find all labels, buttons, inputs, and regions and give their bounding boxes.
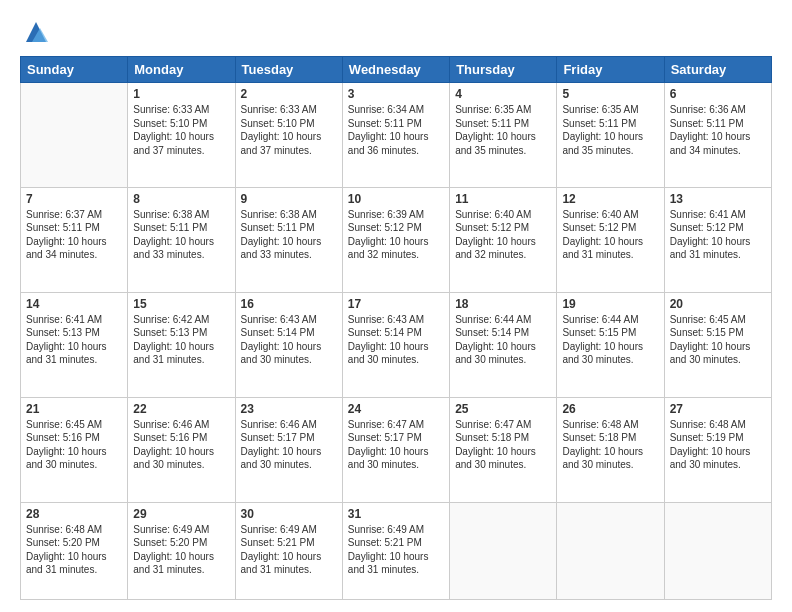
calendar-cell: 17Sunrise: 6:43 AM Sunset: 5:14 PM Dayli… (342, 292, 449, 397)
day-number: 28 (26, 507, 122, 521)
day-info: Sunrise: 6:40 AM Sunset: 5:12 PM Dayligh… (455, 208, 551, 262)
calendar-cell: 12Sunrise: 6:40 AM Sunset: 5:12 PM Dayli… (557, 187, 664, 292)
logo-icon (22, 18, 50, 46)
calendar-cell: 7Sunrise: 6:37 AM Sunset: 5:11 PM Daylig… (21, 187, 128, 292)
day-number: 6 (670, 87, 766, 101)
calendar-day-header: Sunday (21, 57, 128, 83)
day-info: Sunrise: 6:44 AM Sunset: 5:14 PM Dayligh… (455, 313, 551, 367)
day-info: Sunrise: 6:49 AM Sunset: 5:20 PM Dayligh… (133, 523, 229, 577)
calendar-cell: 18Sunrise: 6:44 AM Sunset: 5:14 PM Dayli… (450, 292, 557, 397)
day-info: Sunrise: 6:41 AM Sunset: 5:12 PM Dayligh… (670, 208, 766, 262)
page: SundayMondayTuesdayWednesdayThursdayFrid… (0, 0, 792, 612)
calendar-cell: 25Sunrise: 6:47 AM Sunset: 5:18 PM Dayli… (450, 397, 557, 502)
day-info: Sunrise: 6:49 AM Sunset: 5:21 PM Dayligh… (241, 523, 337, 577)
day-number: 3 (348, 87, 444, 101)
calendar-cell: 9Sunrise: 6:38 AM Sunset: 5:11 PM Daylig… (235, 187, 342, 292)
calendar-cell (557, 502, 664, 600)
day-number: 10 (348, 192, 444, 206)
calendar-cell: 16Sunrise: 6:43 AM Sunset: 5:14 PM Dayli… (235, 292, 342, 397)
calendar-cell: 4Sunrise: 6:35 AM Sunset: 5:11 PM Daylig… (450, 83, 557, 188)
day-number: 20 (670, 297, 766, 311)
day-number: 17 (348, 297, 444, 311)
calendar-cell: 11Sunrise: 6:40 AM Sunset: 5:12 PM Dayli… (450, 187, 557, 292)
day-info: Sunrise: 6:47 AM Sunset: 5:18 PM Dayligh… (455, 418, 551, 472)
calendar-cell: 6Sunrise: 6:36 AM Sunset: 5:11 PM Daylig… (664, 83, 771, 188)
calendar-cell: 27Sunrise: 6:48 AM Sunset: 5:19 PM Dayli… (664, 397, 771, 502)
day-number: 8 (133, 192, 229, 206)
calendar-cell (450, 502, 557, 600)
calendar-header-row: SundayMondayTuesdayWednesdayThursdayFrid… (21, 57, 772, 83)
day-info: Sunrise: 6:38 AM Sunset: 5:11 PM Dayligh… (133, 208, 229, 262)
day-info: Sunrise: 6:33 AM Sunset: 5:10 PM Dayligh… (133, 103, 229, 157)
calendar-day-header: Saturday (664, 57, 771, 83)
day-number: 19 (562, 297, 658, 311)
calendar-week-row: 1Sunrise: 6:33 AM Sunset: 5:10 PM Daylig… (21, 83, 772, 188)
calendar-cell: 1Sunrise: 6:33 AM Sunset: 5:10 PM Daylig… (128, 83, 235, 188)
day-info: Sunrise: 6:48 AM Sunset: 5:19 PM Dayligh… (670, 418, 766, 472)
day-number: 7 (26, 192, 122, 206)
calendar-cell: 20Sunrise: 6:45 AM Sunset: 5:15 PM Dayli… (664, 292, 771, 397)
day-info: Sunrise: 6:46 AM Sunset: 5:16 PM Dayligh… (133, 418, 229, 472)
calendar-cell: 5Sunrise: 6:35 AM Sunset: 5:11 PM Daylig… (557, 83, 664, 188)
day-info: Sunrise: 6:41 AM Sunset: 5:13 PM Dayligh… (26, 313, 122, 367)
calendar-cell: 29Sunrise: 6:49 AM Sunset: 5:20 PM Dayli… (128, 502, 235, 600)
calendar-cell: 3Sunrise: 6:34 AM Sunset: 5:11 PM Daylig… (342, 83, 449, 188)
day-info: Sunrise: 6:49 AM Sunset: 5:21 PM Dayligh… (348, 523, 444, 577)
day-number: 1 (133, 87, 229, 101)
calendar-cell: 21Sunrise: 6:45 AM Sunset: 5:16 PM Dayli… (21, 397, 128, 502)
day-info: Sunrise: 6:47 AM Sunset: 5:17 PM Dayligh… (348, 418, 444, 472)
header (20, 18, 772, 46)
day-number: 16 (241, 297, 337, 311)
day-number: 9 (241, 192, 337, 206)
day-number: 27 (670, 402, 766, 416)
calendar-cell: 13Sunrise: 6:41 AM Sunset: 5:12 PM Dayli… (664, 187, 771, 292)
day-info: Sunrise: 6:38 AM Sunset: 5:11 PM Dayligh… (241, 208, 337, 262)
day-number: 15 (133, 297, 229, 311)
calendar-cell: 31Sunrise: 6:49 AM Sunset: 5:21 PM Dayli… (342, 502, 449, 600)
calendar-week-row: 28Sunrise: 6:48 AM Sunset: 5:20 PM Dayli… (21, 502, 772, 600)
day-info: Sunrise: 6:40 AM Sunset: 5:12 PM Dayligh… (562, 208, 658, 262)
day-number: 24 (348, 402, 444, 416)
calendar-cell: 28Sunrise: 6:48 AM Sunset: 5:20 PM Dayli… (21, 502, 128, 600)
logo (20, 18, 50, 46)
calendar-day-header: Friday (557, 57, 664, 83)
day-number: 26 (562, 402, 658, 416)
day-number: 22 (133, 402, 229, 416)
day-number: 14 (26, 297, 122, 311)
day-info: Sunrise: 6:34 AM Sunset: 5:11 PM Dayligh… (348, 103, 444, 157)
day-number: 21 (26, 402, 122, 416)
calendar-table: SundayMondayTuesdayWednesdayThursdayFrid… (20, 56, 772, 600)
calendar-cell: 2Sunrise: 6:33 AM Sunset: 5:10 PM Daylig… (235, 83, 342, 188)
calendar-cell: 10Sunrise: 6:39 AM Sunset: 5:12 PM Dayli… (342, 187, 449, 292)
calendar-cell: 8Sunrise: 6:38 AM Sunset: 5:11 PM Daylig… (128, 187, 235, 292)
day-number: 30 (241, 507, 337, 521)
calendar-week-row: 21Sunrise: 6:45 AM Sunset: 5:16 PM Dayli… (21, 397, 772, 502)
calendar-cell: 22Sunrise: 6:46 AM Sunset: 5:16 PM Dayli… (128, 397, 235, 502)
day-number: 4 (455, 87, 551, 101)
calendar-cell (21, 83, 128, 188)
day-info: Sunrise: 6:37 AM Sunset: 5:11 PM Dayligh… (26, 208, 122, 262)
calendar-cell: 14Sunrise: 6:41 AM Sunset: 5:13 PM Dayli… (21, 292, 128, 397)
day-info: Sunrise: 6:44 AM Sunset: 5:15 PM Dayligh… (562, 313, 658, 367)
calendar-day-header: Monday (128, 57, 235, 83)
calendar-day-header: Tuesday (235, 57, 342, 83)
calendar-week-row: 7Sunrise: 6:37 AM Sunset: 5:11 PM Daylig… (21, 187, 772, 292)
day-number: 31 (348, 507, 444, 521)
day-number: 2 (241, 87, 337, 101)
day-info: Sunrise: 6:33 AM Sunset: 5:10 PM Dayligh… (241, 103, 337, 157)
day-number: 12 (562, 192, 658, 206)
calendar-day-header: Thursday (450, 57, 557, 83)
calendar-cell: 23Sunrise: 6:46 AM Sunset: 5:17 PM Dayli… (235, 397, 342, 502)
day-info: Sunrise: 6:45 AM Sunset: 5:16 PM Dayligh… (26, 418, 122, 472)
calendar-cell: 19Sunrise: 6:44 AM Sunset: 5:15 PM Dayli… (557, 292, 664, 397)
day-number: 5 (562, 87, 658, 101)
day-info: Sunrise: 6:48 AM Sunset: 5:20 PM Dayligh… (26, 523, 122, 577)
day-number: 23 (241, 402, 337, 416)
calendar-cell: 30Sunrise: 6:49 AM Sunset: 5:21 PM Dayli… (235, 502, 342, 600)
day-info: Sunrise: 6:35 AM Sunset: 5:11 PM Dayligh… (562, 103, 658, 157)
day-info: Sunrise: 6:48 AM Sunset: 5:18 PM Dayligh… (562, 418, 658, 472)
day-number: 29 (133, 507, 229, 521)
day-info: Sunrise: 6:36 AM Sunset: 5:11 PM Dayligh… (670, 103, 766, 157)
day-info: Sunrise: 6:45 AM Sunset: 5:15 PM Dayligh… (670, 313, 766, 367)
day-number: 25 (455, 402, 551, 416)
